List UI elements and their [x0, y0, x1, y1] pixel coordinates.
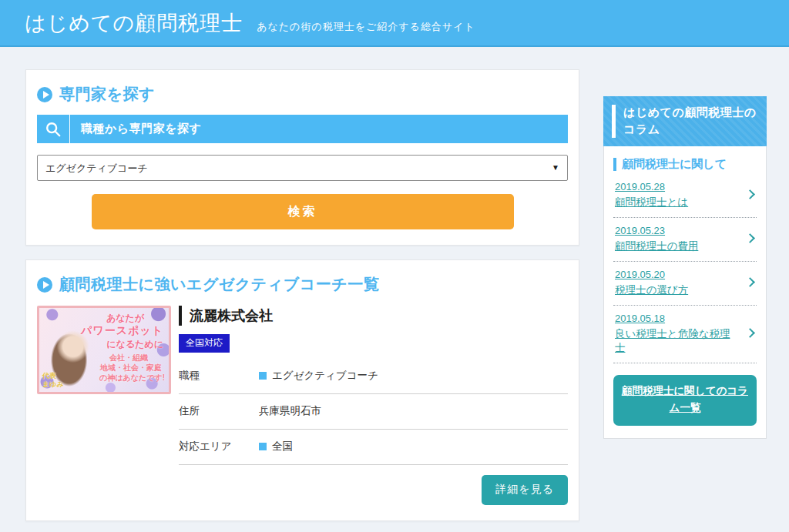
results-heading-label: 顧問税理士に強いエグゼクティブコーチ一覧: [59, 274, 379, 295]
article-title[interactable]: 税理士の選び方: [615, 283, 740, 297]
nationwide-badge: 全国対応: [179, 334, 230, 353]
listing-body: 流麗株式会社 全国対応 職種 エグゼクティブコーチ 住所: [171, 306, 568, 465]
chevron-right-icon: [745, 233, 755, 243]
company-photo[interactable]: あなたが パワースポット になるために 会社・組織 地域・社会・家庭 の神はあな…: [37, 306, 171, 394]
article-date[interactable]: 2019.05.23: [615, 225, 740, 236]
article-link[interactable]: 2019.05.20 税理士の選び方: [613, 262, 757, 306]
column-sidebar: はじめての顧問税理士のコラム 顧問税理士に関して 2019.05.28 顧問税理…: [603, 96, 767, 439]
row-value: 兵庫県明石市: [259, 404, 321, 418]
results-heading: 顧問税理士に強いエグゼクティブコーチ一覧: [37, 274, 568, 295]
row-value: エグゼクティブコーチ: [259, 369, 378, 383]
company-name: 流麗株式会社: [179, 306, 568, 326]
search-button[interactable]: 検索: [92, 194, 514, 229]
job-filter-bar: 職種から専門家を探す: [37, 115, 568, 143]
article-title[interactable]: 顧問税理士とは: [615, 196, 740, 209]
table-row: 住所 兵庫県明石市: [179, 394, 568, 430]
job-select-wrap: エグゼクティブコーチ ▼: [37, 155, 568, 181]
column-list-button[interactable]: 顧問税理士に関してのコラム一覧: [613, 375, 757, 427]
chevron-right-icon: [745, 277, 755, 287]
expert-search-card: 専門家を探す 職種から専門家を探す エグゼクティブコーチ ▼ 検索: [25, 69, 579, 246]
photo-text: になるために: [106, 338, 163, 351]
sidebar-body: 顧問税理士に関して 2019.05.28 顧問税理士とは 2019.05.23 …: [603, 146, 767, 440]
sidebar-title: はじめての顧問税理士のコラム: [623, 104, 759, 138]
play-icon: [37, 87, 52, 102]
photo-text: あなたが: [106, 312, 144, 325]
table-row: 対応エリア 全国: [179, 430, 568, 465]
article-date[interactable]: 2019.05.18: [615, 313, 740, 324]
listing-row: あなたが パワースポット になるために 会社・組織 地域・社会・家庭 の神はあな…: [37, 306, 568, 465]
search-icon: [37, 115, 70, 143]
article-link[interactable]: 2019.05.18 良い税理士と危険な税理士: [613, 306, 757, 363]
photo-text: パワースポット: [81, 324, 163, 338]
photo-text: の神はあなたです!: [99, 373, 165, 383]
article-title[interactable]: 顧問税理士の費用: [615, 239, 740, 253]
row-label: 対応エリア: [179, 440, 259, 453]
site-header: はじめての顧問税理士 あなたの街の税理士をご紹介する総合サイト: [0, 0, 789, 47]
article-link[interactable]: 2019.05.28 顧問税理士とは: [613, 174, 757, 218]
main-column: 専門家を探す 職種から専門家を探す エグゼクティブコーチ ▼ 検索: [25, 69, 579, 532]
bullet-square-icon: [259, 372, 267, 380]
page-body: 専門家を探す 職種から専門家を探す エグゼクティブコーチ ▼ 検索: [0, 47, 789, 530]
site-title[interactable]: はじめての顧問税理士: [25, 0, 243, 47]
article-date[interactable]: 2019.05.20: [615, 269, 740, 280]
chevron-right-icon: [745, 189, 755, 199]
photo-text: 会社・組織: [109, 353, 148, 363]
results-card: 顧問税理士に強いエグゼクティブコーチ一覧 あなたが パワースポット になるために…: [25, 259, 579, 521]
article-date[interactable]: 2019.05.28: [615, 181, 740, 192]
expert-search-heading-label: 専門家を探す: [59, 84, 155, 105]
photo-text: 地域・社会・家庭: [100, 363, 162, 373]
row-value: 全国: [259, 440, 293, 453]
table-row: 職種 エグゼクティブコーチ: [179, 359, 568, 394]
details-button-row: 詳細を見る: [37, 475, 568, 505]
sidebar-section-title: 顧問税理士に関して: [613, 157, 757, 172]
row-label: 職種: [179, 369, 259, 383]
row-label: 住所: [179, 404, 259, 418]
details-button[interactable]: 詳細を見る: [482, 475, 568, 505]
article-title[interactable]: 良い税理士と危険な税理士: [615, 327, 740, 355]
expert-search-heading: 専門家を探す: [37, 84, 568, 105]
photo-credit: 代表 まゆみ: [42, 372, 64, 390]
bullet-square-icon: [259, 443, 267, 450]
play-icon: [37, 277, 52, 293]
job-select[interactable]: エグゼクティブコーチ: [37, 155, 568, 181]
sidebar-header: はじめての顧問税理士のコラム: [603, 96, 767, 146]
site-subtitle: あなたの街の税理士をご紹介する総合サイト: [257, 20, 475, 34]
article-link[interactable]: 2019.05.23 顧問税理士の費用: [613, 218, 757, 262]
job-filter-label: 職種から専門家を探す: [70, 115, 201, 143]
chevron-right-icon: [745, 328, 755, 338]
spec-table: 職種 エグゼクティブコーチ 住所 兵庫県明石市: [179, 359, 568, 465]
